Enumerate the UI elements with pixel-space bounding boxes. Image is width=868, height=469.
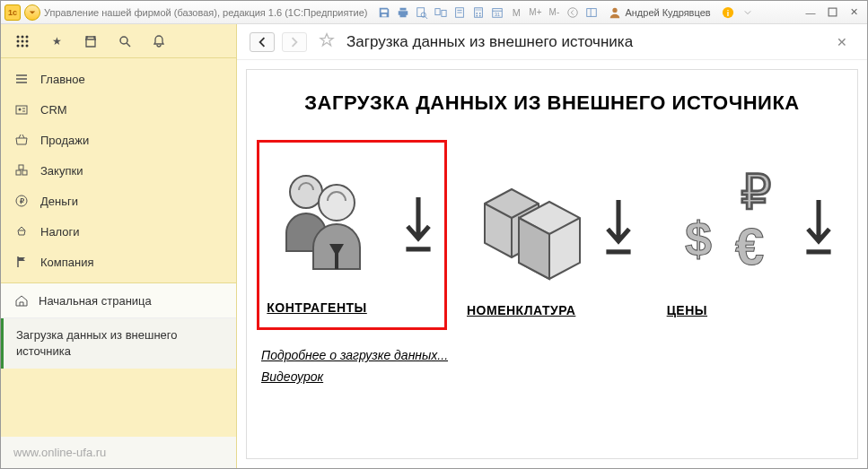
app-menu-dropdown[interactable] bbox=[24, 4, 40, 21]
back-icon[interactable] bbox=[565, 4, 581, 21]
page-title: Загрузка данных из внешнего источника bbox=[346, 33, 633, 51]
sidebar-toolbar: ★ bbox=[1, 24, 236, 58]
sidebar-item-crm[interactable]: CRM bbox=[1, 94, 236, 125]
svg-text:$: $ bbox=[685, 212, 712, 265]
sidebar-item-money[interactable]: ₽ Деньги bbox=[1, 186, 236, 216]
tile-label: НОМЕНКЛАТУРА bbox=[467, 303, 637, 317]
boxes-3d-icon bbox=[470, 168, 596, 284]
svg-point-20 bbox=[613, 7, 618, 12]
tile-contractors[interactable]: КОНТРАГЕНТЫ bbox=[262, 140, 442, 330]
svg-text:31: 31 bbox=[495, 11, 501, 16]
sidebar-item-label: CRM bbox=[40, 103, 67, 117]
panel-icon[interactable] bbox=[583, 4, 600, 21]
m-plus-icon[interactable]: M+ bbox=[527, 4, 543, 21]
download-arrow-icon bbox=[803, 195, 834, 257]
sidebar-item-label: Продажи bbox=[40, 134, 89, 147]
minimize-button[interactable]: — bbox=[801, 4, 820, 21]
sidebar-home[interactable]: Начальная страница bbox=[1, 283, 236, 318]
search-icon[interactable] bbox=[116, 32, 134, 50]
sidebar-home-label: Начальная страница bbox=[39, 294, 152, 308]
board: ЗАГРУЗКА ДАННЫХ ИЗ ВНЕШНЕГО ИСТОЧНИКА bbox=[246, 69, 858, 459]
content: ★ Главное CRM Продажи bbox=[1, 24, 867, 468]
sidebar-item-label: Закупки bbox=[40, 164, 83, 178]
titlebar: 1c Управление нашей фирмой (базовая), ре… bbox=[1, 1, 867, 24]
home-icon bbox=[13, 292, 30, 308]
currencies-icon: ₽ $ € bbox=[671, 168, 796, 284]
svg-point-29 bbox=[26, 39, 29, 42]
tile-label: КОНТРАГЕНТЫ bbox=[267, 300, 437, 315]
tile-prices[interactable]: ₽ $ € ЦЕНЫ bbox=[662, 145, 842, 330]
svg-point-25 bbox=[22, 35, 24, 38]
eagle-icon bbox=[13, 223, 30, 239]
sidebar-item-label: Главное bbox=[40, 73, 85, 86]
window-controls: — ✕ bbox=[801, 4, 864, 21]
svg-point-33 bbox=[120, 37, 127, 44]
svg-rect-38 bbox=[16, 106, 27, 114]
tile-nomenclature[interactable]: НОМЕНКЛАТУРА bbox=[462, 145, 642, 330]
favorite-star-icon[interactable] bbox=[318, 31, 336, 52]
sidebar-item-label: Деньги bbox=[40, 195, 78, 208]
star-icon[interactable]: ★ bbox=[48, 32, 66, 50]
sidebar-item-sales[interactable]: Продажи bbox=[1, 125, 236, 155]
svg-point-48 bbox=[290, 176, 322, 208]
svg-rect-18 bbox=[587, 8, 597, 16]
ruble-icon: ₽ bbox=[13, 193, 30, 209]
tiles-row: КОНТРАГЕНТЫ bbox=[261, 140, 843, 330]
main: Загрузка данных из внешнего источника ✕ … bbox=[237, 24, 867, 468]
sidebar-item-company[interactable]: Компания bbox=[1, 247, 236, 277]
basket-icon bbox=[13, 132, 30, 148]
link-video[interactable]: Видеоурок bbox=[261, 369, 843, 384]
sidebar-item-taxes[interactable]: Налоги bbox=[1, 216, 236, 247]
nav-forward-button[interactable] bbox=[282, 32, 307, 52]
save-icon[interactable] bbox=[376, 4, 392, 21]
sidebar-current-page[interactable]: Загрузка данных из внешнего источника bbox=[1, 318, 236, 369]
calendar-icon[interactable]: 31 bbox=[489, 4, 505, 21]
preview-icon[interactable] bbox=[414, 4, 430, 21]
link-more[interactable]: Подробнее о загрузке данных... bbox=[261, 348, 843, 362]
svg-rect-42 bbox=[16, 170, 21, 175]
m-icon[interactable]: M bbox=[508, 4, 524, 21]
boxes-icon bbox=[13, 162, 30, 178]
svg-point-13 bbox=[479, 14, 481, 16]
svg-point-28 bbox=[22, 39, 24, 42]
contractors-icon bbox=[270, 165, 396, 282]
document-icon[interactable] bbox=[452, 4, 468, 21]
svg-point-30 bbox=[17, 44, 20, 47]
svg-rect-9 bbox=[476, 8, 482, 11]
user-block[interactable]: Андрей Кудрявцев bbox=[609, 6, 710, 19]
page-close-button[interactable]: ✕ bbox=[829, 31, 855, 53]
links: Подробнее о загрузке данных... Видеоурок bbox=[261, 348, 843, 384]
svg-point-32 bbox=[26, 44, 29, 47]
dropdown-icon[interactable] bbox=[740, 4, 756, 21]
sidebar-footer: www.online-ufa.ru bbox=[1, 437, 236, 468]
svg-point-31 bbox=[22, 44, 24, 47]
apps-icon[interactable] bbox=[13, 32, 31, 50]
history-icon[interactable] bbox=[82, 32, 100, 50]
board-title: ЗАГРУЗКА ДАННЫХ ИЗ ВНЕШНЕГО ИСТОЧНИКА bbox=[261, 91, 843, 115]
menu-icon bbox=[13, 71, 30, 87]
sidebar-item-main[interactable]: Главное bbox=[1, 64, 236, 94]
svg-text:i: i bbox=[726, 8, 728, 17]
sidebar-item-purchases[interactable]: Закупки bbox=[1, 155, 236, 186]
close-button[interactable]: ✕ bbox=[844, 4, 864, 21]
user-icon bbox=[609, 6, 621, 19]
compare-icon[interactable] bbox=[433, 4, 449, 21]
main-header: Загрузка данных из внешнего источника ✕ bbox=[237, 24, 867, 60]
info-icon[interactable]: i bbox=[720, 4, 736, 21]
nav-back-button[interactable] bbox=[250, 32, 275, 52]
svg-text:€: € bbox=[735, 217, 764, 275]
svg-rect-23 bbox=[829, 8, 837, 16]
maximize-button[interactable] bbox=[822, 4, 842, 21]
svg-line-34 bbox=[127, 43, 130, 47]
svg-rect-0 bbox=[417, 7, 425, 16]
m-minus-icon[interactable]: M- bbox=[546, 4, 562, 21]
calculator-icon[interactable] bbox=[470, 4, 487, 21]
svg-point-10 bbox=[477, 13, 478, 14]
svg-text:₽: ₽ bbox=[741, 168, 771, 219]
sidebar-menu: Главное CRM Продажи Закупки ₽ Деньги bbox=[1, 58, 236, 282]
titlebar-toolbar: 31 M M+ M- bbox=[376, 4, 600, 21]
svg-point-26 bbox=[26, 35, 29, 38]
bell-icon[interactable] bbox=[150, 32, 168, 50]
download-arrow-icon bbox=[403, 192, 434, 255]
print-icon[interactable] bbox=[395, 4, 411, 21]
